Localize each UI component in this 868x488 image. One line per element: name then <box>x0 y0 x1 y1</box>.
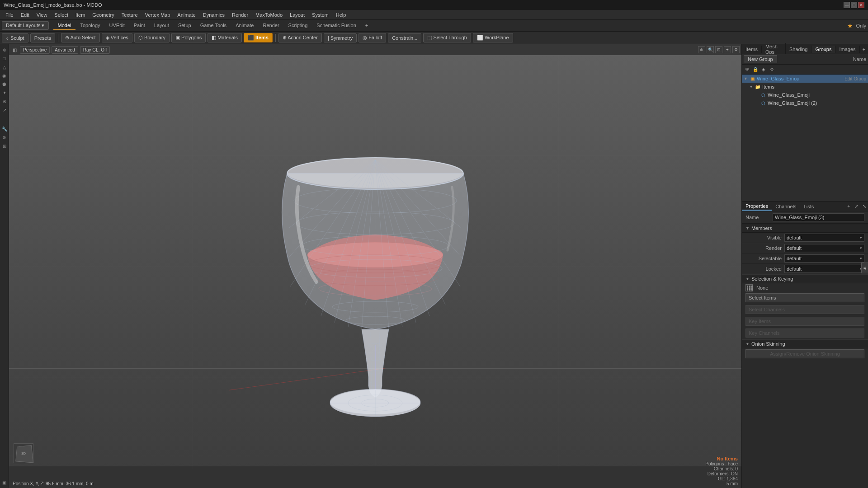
tab-add-btn[interactable]: + <box>860 46 868 53</box>
menu-maxtomode[interactable]: MaxToModo <box>252 11 286 19</box>
vp-icon-3[interactable]: ⊡ <box>715 46 722 53</box>
side-tab-1[interactable]: ⚑ <box>861 263 868 273</box>
tab-paint[interactable]: Paint <box>129 21 150 30</box>
prop-tab-properties[interactable]: Properties <box>742 202 772 211</box>
left-icon-3[interactable]: △ <box>1 63 8 70</box>
prop-add-btn[interactable]: + <box>845 203 852 209</box>
menu-texture[interactable]: Texture <box>118 11 142 19</box>
nav-cube[interactable]: 3D <box>14 443 33 463</box>
tab-uvedit[interactable]: UVEdit <box>105 21 129 30</box>
presets-btn[interactable]: Presets <box>30 33 55 42</box>
tree-icon-1[interactable]: 👁 <box>744 66 751 73</box>
default-layouts-btn[interactable]: Default Layouts ▾ <box>2 21 49 30</box>
constrain-btn[interactable]: Constrain... <box>388 33 421 42</box>
left-icon-5[interactable]: ⬟ <box>1 80 8 88</box>
vp-icon-4[interactable]: ✦ <box>724 46 731 53</box>
menu-system[interactable]: System <box>308 11 332 19</box>
prop-collapse-btn[interactable]: ⤡ <box>861 203 868 209</box>
tab-groups[interactable]: Groups <box>811 46 835 53</box>
left-icon-bottom[interactable]: ▣ <box>1 479 8 486</box>
left-icon-8[interactable]: ↗ <box>1 106 8 113</box>
left-icon-9[interactable]: 🔧 <box>1 125 8 132</box>
menu-file[interactable]: File <box>2 11 17 19</box>
menu-view[interactable]: View <box>33 11 51 19</box>
materials-btn[interactable]: ◧ Materials <box>208 33 242 42</box>
tree-icon-3[interactable]: ◈ <box>760 66 767 73</box>
selectable-dropdown[interactable]: default ▾ <box>784 254 864 263</box>
menu-select[interactable]: Select <box>51 11 72 19</box>
left-icon-10[interactable]: ⚙ <box>1 134 8 141</box>
left-icon-7[interactable]: ⊗ <box>1 98 8 105</box>
select-through-btn[interactable]: ⬚ Select Through <box>423 33 471 42</box>
vertices-btn[interactable]: ◈ Vertices <box>102 33 132 42</box>
left-icon-6[interactable]: ✦ <box>1 89 8 96</box>
tree-item-mesh-1[interactable]: ⬡ Wine_Glass_Emoji <box>742 91 868 99</box>
tab-add[interactable]: + <box>361 21 373 30</box>
minimize-btn[interactable]: — <box>844 2 850 8</box>
tab-schematic-fusion[interactable]: Schematic Fusion <box>312 21 360 30</box>
menu-vertex-map[interactable]: Vertex Map <box>142 11 174 19</box>
advanced-btn[interactable]: Advanced <box>52 46 78 54</box>
visible-dropdown[interactable]: default ▾ <box>784 234 864 242</box>
tab-scripting[interactable]: Scripting <box>284 21 312 30</box>
name-input[interactable] <box>773 213 864 221</box>
left-icon-4[interactable]: ◉ <box>1 72 8 79</box>
close-btn[interactable]: ✕ <box>858 2 864 8</box>
menu-animate[interactable]: Animate <box>174 11 199 19</box>
tab-render[interactable]: Render <box>258 21 283 30</box>
prop-expand-btn[interactable]: ⤢ <box>853 203 860 209</box>
prop-tab-channels[interactable]: Channels <box>772 203 800 210</box>
perspective-btn[interactable]: Perspective <box>20 46 50 54</box>
select-items-btn[interactable]: Select Items <box>745 293 864 302</box>
menu-help[interactable]: Help <box>332 11 350 19</box>
prop-tab-lists[interactable]: Lists <box>800 203 818 210</box>
tree-icon-2[interactable]: 🔒 <box>752 66 759 73</box>
polygons-btn[interactable]: ▣ Polygons <box>171 33 206 42</box>
left-icon-2[interactable]: □ <box>1 55 8 62</box>
sculpt-btn[interactable]: ⬨ Sculpt <box>2 33 28 42</box>
members-section[interactable]: ▼ Members <box>742 224 868 233</box>
tab-model[interactable]: Model <box>53 21 76 30</box>
vp-icon-2[interactable]: 🔍 <box>707 46 714 53</box>
symmetry-btn[interactable]: | Symmetry <box>324 33 357 42</box>
menu-item[interactable]: Item <box>72 11 89 19</box>
vp-icon-5[interactable]: ⚙ <box>732 46 740 53</box>
tab-items-panel[interactable]: Items <box>742 46 762 53</box>
tree-icon-4[interactable]: ⚙ <box>768 66 775 73</box>
tab-topology[interactable]: Topology <box>75 21 104 30</box>
selection-keying-section[interactable]: ▼ Selection & Keying <box>742 274 868 283</box>
tree-arrow-root: ▼ <box>744 76 749 81</box>
falloff-btn[interactable]: ◎ Falloff <box>359 33 386 42</box>
items-btn[interactable]: ⬛ Items <box>244 33 273 42</box>
render-dropdown[interactable]: default ▾ <box>784 244 864 252</box>
tab-layout[interactable]: Layout <box>150 21 174 30</box>
action-center-btn[interactable]: ⊕ Action Center <box>278 33 322 42</box>
left-icon-11[interactable]: ⊞ <box>1 142 8 150</box>
tab-mesh-ops[interactable]: Mesh Ops <box>762 43 786 56</box>
auto-select-btn[interactable]: ⊕ Auto Select <box>61 33 100 42</box>
viewport-expand-icon[interactable]: ◧ <box>11 46 18 53</box>
menu-render[interactable]: Render <box>228 11 252 19</box>
tab-shading[interactable]: Shading <box>786 46 811 53</box>
menu-dynamics[interactable]: Dynamics <box>199 11 228 19</box>
boundary-btn[interactable]: ⬡ Boundary <box>134 33 170 42</box>
ray-gl-btn[interactable]: Ray GL: Off <box>80 46 110 54</box>
vp-icon-1[interactable]: ⊕ <box>698 46 705 53</box>
tree-item-folder[interactable]: ▼ 📁 Items <box>742 83 868 91</box>
onion-skinning-section[interactable]: ▼ Onion Skinning <box>742 339 868 348</box>
menu-edit[interactable]: Edit <box>17 11 33 19</box>
new-group-btn[interactable]: New Group <box>744 55 777 63</box>
tree-item-wine-glass-root[interactable]: ▼ ▣ Wine_Glass_Emoji Edit Group <box>742 75 868 83</box>
workplane-btn[interactable]: ⬜ WorkPlane <box>473 33 513 42</box>
tree-item-mesh-2[interactable]: ⬡ Wine_Glass_Emoji (2) <box>742 99 868 107</box>
menu-layout[interactable]: Layout <box>286 11 308 19</box>
left-icon-1[interactable]: ⊕ <box>1 46 8 53</box>
maximize-btn[interactable]: □ <box>851 2 857 8</box>
tab-setup[interactable]: Setup <box>174 21 196 30</box>
viewport[interactable]: ◧ Perspective Advanced Ray GL: Off ⊕ 🔍 ⊡… <box>9 44 741 488</box>
tab-animate[interactable]: Animate <box>231 21 258 30</box>
tab-images[interactable]: Images <box>835 46 859 53</box>
tab-game-tools[interactable]: Game Tools <box>196 21 231 30</box>
locked-dropdown[interactable]: default ▾ <box>784 265 864 273</box>
menu-geometry[interactable]: Geometry <box>89 11 118 19</box>
